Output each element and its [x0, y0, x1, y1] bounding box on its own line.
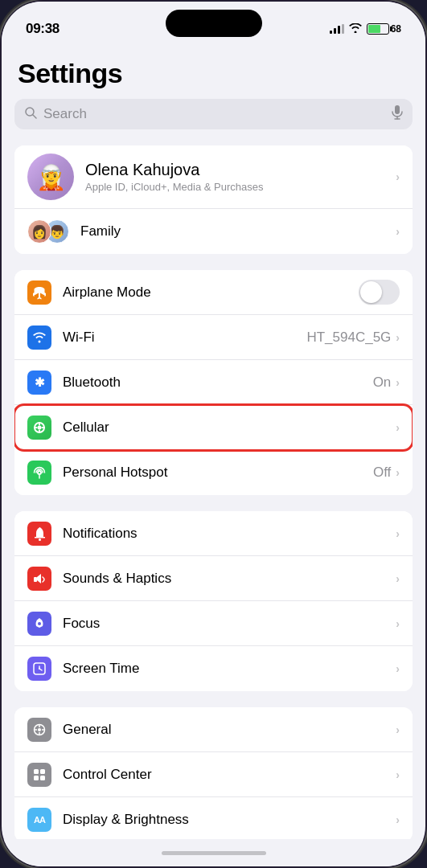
svg-rect-13 — [34, 577, 37, 582]
airplane-mode-icon — [27, 280, 51, 305]
wifi-label: Wi-Fi — [63, 330, 306, 346]
display-label: Display & Brightness — [63, 812, 396, 828]
display-icon: AA — [27, 808, 51, 832]
profile-chevron: › — [396, 170, 400, 183]
toggle-knob — [360, 281, 382, 303]
wifi-value: HT_594C_5G — [306, 330, 391, 346]
svg-rect-28 — [40, 776, 45, 780]
control-center-row[interactable]: Control Center › — [14, 752, 413, 797]
search-bar[interactable]: Search — [14, 99, 413, 129]
signal-bar-4 — [342, 24, 344, 34]
cellular-icon — [27, 416, 51, 440]
hotspot-chevron: › — [396, 466, 400, 479]
svg-line-1 — [33, 115, 36, 118]
focus-row[interactable]: Focus › — [14, 601, 413, 646]
control-center-chevron: › — [396, 768, 400, 781]
svg-rect-27 — [34, 776, 39, 780]
family-avatar-1: 👩 — [27, 219, 51, 244]
battery-body — [367, 23, 389, 35]
svg-rect-26 — [40, 769, 45, 774]
wifi-icon — [27, 326, 51, 350]
system-group: Notifications › Sounds & Haptics › — [14, 511, 413, 691]
focus-icon — [27, 612, 51, 636]
page-title: Settings — [14, 45, 413, 99]
svg-rect-25 — [34, 769, 39, 774]
screen-time-icon — [27, 657, 51, 681]
mic-icon[interactable] — [392, 105, 403, 123]
display-brightness-row[interactable]: AA Display & Brightness › — [14, 797, 413, 839]
display-chevron: › — [396, 813, 400, 826]
sounds-icon — [27, 567, 51, 591]
profile-name: Olena Kahujova — [85, 161, 396, 179]
screen-time-row[interactable]: Screen Time › — [14, 646, 413, 691]
family-label: Family — [80, 223, 396, 240]
wifi-status-icon — [349, 23, 362, 35]
signal-bars-icon — [330, 24, 344, 34]
airplane-mode-label: Airplane Mode — [63, 285, 359, 301]
notifications-label: Notifications — [63, 526, 396, 542]
home-bar — [162, 851, 266, 855]
connectivity-group: Airplane Mode Wi-Fi HT_5 — [14, 270, 413, 495]
screen-time-label: Screen Time — [63, 661, 396, 677]
bluetooth-label: Bluetooth — [63, 375, 373, 391]
profile-group: 🧝 Olena Kahujova Apple ID, iCloud+, Medi… — [14, 145, 413, 254]
profile-subtitle: Apple ID, iCloud+, Media & Purchases — [85, 181, 396, 193]
search-placeholder: Search — [43, 106, 385, 122]
control-center-label: Control Center — [63, 767, 396, 783]
status-time: 09:38 — [26, 21, 60, 37]
profile-row[interactable]: 🧝 Olena Kahujova Apple ID, iCloud+, Medi… — [14, 145, 413, 209]
signal-bar-1 — [330, 31, 332, 34]
status-icons: 68 — [330, 23, 401, 35]
profile-info: Olena Kahujova Apple ID, iCloud+, Media … — [85, 161, 396, 193]
battery-level: 68 — [391, 23, 401, 35]
notifications-row[interactable]: Notifications › — [14, 511, 413, 556]
focus-label: Focus — [63, 616, 396, 632]
family-row[interactable]: 👩 👦 Family › — [14, 209, 413, 254]
hotspot-label: Personal Hotspot — [63, 465, 373, 481]
notifications-chevron: › — [396, 527, 400, 540]
status-bar: 09:38 — [2, 2, 425, 45]
sounds-chevron: › — [396, 572, 400, 585]
svg-point-6 — [38, 425, 42, 429]
hotspot-value: Off — [373, 465, 391, 481]
airplane-mode-toggle[interactable] — [359, 280, 400, 305]
screen-time-chevron: › — [396, 662, 400, 675]
cellular-label: Cellular — [63, 420, 396, 436]
notifications-icon — [27, 522, 51, 546]
general-group: General › Control Center › — [14, 707, 413, 839]
home-indicator — [2, 839, 425, 866]
sounds-label: Sounds & Haptics — [63, 571, 396, 587]
scroll-content[interactable]: Settings Search — [2, 45, 425, 839]
bluetooth-chevron: › — [396, 376, 400, 389]
sounds-row[interactable]: Sounds & Haptics › — [14, 556, 413, 601]
hotspot-row[interactable]: Personal Hotspot Off › — [14, 450, 413, 495]
svg-point-14 — [38, 622, 41, 625]
general-chevron: › — [396, 723, 400, 736]
cellular-row[interactable]: Cellular › — [14, 405, 413, 450]
hotspot-icon — [27, 461, 51, 485]
svg-point-12 — [39, 538, 41, 541]
battery-icon: 68 — [367, 23, 401, 35]
cellular-chevron: › — [396, 421, 400, 434]
general-icon — [27, 718, 51, 742]
family-chevron: › — [396, 225, 400, 238]
svg-point-18 — [39, 668, 40, 669]
battery-fill — [368, 25, 381, 33]
wifi-chevron: › — [396, 331, 400, 344]
phone-frame: 09:38 — [0, 0, 427, 868]
search-icon — [24, 106, 37, 122]
bluetooth-value: On — [373, 375, 392, 391]
signal-bar-3 — [338, 26, 340, 34]
family-avatars: 👩 👦 — [27, 219, 69, 244]
dynamic-island — [166, 10, 262, 37]
wifi-row[interactable]: Wi-Fi HT_594C_5G › — [14, 315, 413, 360]
control-center-icon — [27, 763, 51, 787]
bluetooth-row[interactable]: ✱ Bluetooth On › — [14, 360, 413, 405]
svg-rect-2 — [395, 105, 400, 114]
bluetooth-icon: ✱ — [27, 371, 51, 395]
screen: 09:38 — [2, 2, 425, 866]
focus-chevron: › — [396, 617, 400, 630]
profile-avatar: 🧝 — [27, 154, 74, 200]
airplane-mode-row[interactable]: Airplane Mode — [14, 270, 413, 315]
general-row[interactable]: General › — [14, 707, 413, 752]
